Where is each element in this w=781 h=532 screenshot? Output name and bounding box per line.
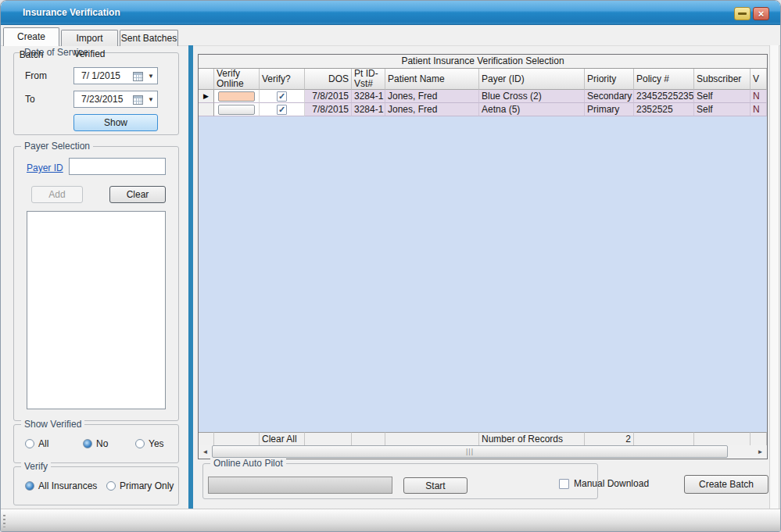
add-button: Add [31, 186, 83, 203]
footer-cell [305, 432, 352, 445]
scroll-left-icon[interactable]: ◄ [199, 445, 212, 459]
checked-checkbox-icon[interactable]: ✓ [277, 91, 287, 102]
radio-primary-only[interactable]: Primary Only [106, 480, 174, 491]
from-label: From [25, 70, 47, 81]
verify-online-cell[interactable] [214, 103, 260, 116]
unchecked-checkbox-icon [559, 479, 569, 489]
header-subscriber[interactable]: Subscriber [694, 69, 751, 90]
verified-cell[interactable]: N [751, 90, 767, 103]
payer-cell[interactable]: Blue Cross (2) [479, 90, 585, 103]
chevron-down-icon[interactable]: ▼ [145, 73, 157, 80]
verify-online-button[interactable] [218, 91, 255, 102]
subscriber-cell[interactable]: Self [694, 90, 751, 103]
header-priority[interactable]: Priority [585, 69, 634, 90]
manual-download-checkbox[interactable]: Manual Download [559, 478, 649, 489]
footer-cell [751, 432, 767, 445]
patient-name-cell[interactable]: Jones, Fred [385, 103, 479, 116]
horizontal-scrollbar[interactable]: ◄ ||| ► [199, 445, 767, 459]
auto-pilot-progressbar [208, 477, 392, 494]
date-of-service-group: Date of Service From 7/ 1/2015 ▼ To 7/23… [13, 52, 179, 135]
footer-cell [352, 432, 385, 445]
radio-show-all[interactable]: All [25, 438, 48, 449]
row-selector-cell[interactable] [199, 103, 214, 116]
title-bar: Insurance Verification × [1, 1, 781, 25]
payer-id-input[interactable] [69, 158, 166, 175]
from-date-picker[interactable]: 7/ 1/2015 ▼ [73, 67, 158, 84]
grid-title: Patient Insurance Verification Selection [199, 55, 767, 69]
to-date-picker[interactable]: 7/23/2015 ▼ [73, 91, 158, 108]
checked-checkbox-icon[interactable]: ✓ [277, 105, 287, 115]
header-patient-name[interactable]: Patient Name [385, 69, 479, 90]
clear-all-button[interactable]: Clear All [260, 432, 305, 445]
minimize-icon [738, 12, 747, 15]
grid-footer-row: Clear All Number of Records 2 [199, 432, 767, 445]
payer-listbox[interactable] [27, 211, 166, 409]
start-button[interactable]: Start [403, 477, 468, 494]
radio-icon [135, 439, 145, 448]
dos-cell[interactable]: 7/8/2015 [305, 103, 352, 116]
footer-cell [634, 432, 694, 445]
dos-cell[interactable]: 7/8/2015 [305, 90, 352, 103]
header-policy[interactable]: Policy # [634, 69, 694, 90]
radio-label: No [96, 438, 108, 449]
radio-selected-icon [83, 439, 92, 448]
header-selector [199, 69, 214, 90]
header-dos[interactable]: DOS [305, 69, 352, 90]
radio-all-insurances[interactable]: All Insurances [25, 480, 97, 491]
radio-label: All [38, 438, 48, 449]
footer-cell [694, 432, 751, 445]
scroll-right-icon[interactable]: ► [754, 445, 767, 459]
header-pt-id-vst[interactable]: Pt ID-Vst# [352, 69, 385, 90]
radio-show-no[interactable]: No [83, 438, 108, 449]
create-batch-button[interactable]: Create Batch [684, 475, 768, 494]
tab-import-verified[interactable]: Import Verified [61, 30, 118, 46]
close-button[interactable]: × [753, 7, 769, 20]
header-payer-id[interactable]: Payer (ID) [479, 69, 585, 90]
footer-cell [385, 432, 479, 445]
to-label: To [25, 94, 35, 105]
verify-checkbox-cell[interactable]: ✓ [260, 90, 305, 103]
header-verified[interactable]: V [751, 69, 767, 90]
footer-cell [214, 432, 260, 445]
show-button[interactable]: Show [73, 114, 158, 131]
show-verified-label: Show Verified [21, 419, 84, 430]
statusbar-grip [3, 515, 5, 527]
radio-label: Primary Only [120, 480, 174, 491]
pt-id-cell[interactable]: 3284-1 [352, 90, 385, 103]
chevron-down-icon[interactable]: ▼ [145, 96, 157, 103]
priority-cell[interactable]: Primary [585, 103, 634, 116]
to-date-value: 7/23/2015 [74, 94, 133, 105]
calendar-icon[interactable] [133, 95, 145, 105]
priority-cell[interactable]: Secondary [585, 90, 634, 103]
patient-name-cell[interactable]: Jones, Fred [385, 90, 479, 103]
window-title: Insurance Verification [23, 1, 120, 24]
grid-empty-area [199, 116, 767, 432]
minimize-button[interactable] [734, 7, 751, 20]
pt-id-cell[interactable]: 3284-1 [352, 103, 385, 116]
header-verify-online[interactable]: Verify Online [214, 69, 260, 90]
scrollbar-thumb[interactable]: ||| [212, 445, 728, 458]
row-selector-cell[interactable]: ▶ [199, 90, 214, 103]
panel-splitter[interactable] [188, 45, 193, 509]
verify-online-button[interactable] [218, 105, 255, 115]
calendar-icon[interactable] [133, 71, 145, 81]
current-row-arrow-icon: ▶ [203, 93, 209, 100]
payer-selection-label: Payer Selection [21, 141, 93, 152]
payer-cell[interactable]: Aetna (5) [479, 103, 585, 116]
payer-id-link[interactable]: Payer ID [27, 162, 63, 173]
verify-online-cell[interactable] [214, 90, 260, 103]
header-verify[interactable]: Verify? [260, 69, 305, 90]
radio-label: All Insurances [38, 480, 97, 491]
verify-checkbox-cell[interactable]: ✓ [260, 103, 305, 116]
subscriber-cell[interactable]: Self [694, 103, 751, 116]
verified-cell[interactable]: N [751, 103, 767, 116]
clear-button[interactable]: Clear [109, 186, 166, 203]
verify-label: Verify [21, 461, 51, 472]
tab-create-batch[interactable]: Create Batch [3, 27, 59, 46]
radio-icon [106, 481, 116, 491]
policy-cell[interactable]: 2352525 [634, 103, 694, 116]
radio-show-yes[interactable]: Yes [135, 438, 164, 449]
policy-cell[interactable]: 23452525235 [634, 90, 694, 103]
patient-insurance-grid: Patient Insurance Verification Selection… [198, 54, 768, 459]
tab-sent-batches[interactable]: Sent Batches [120, 30, 178, 46]
